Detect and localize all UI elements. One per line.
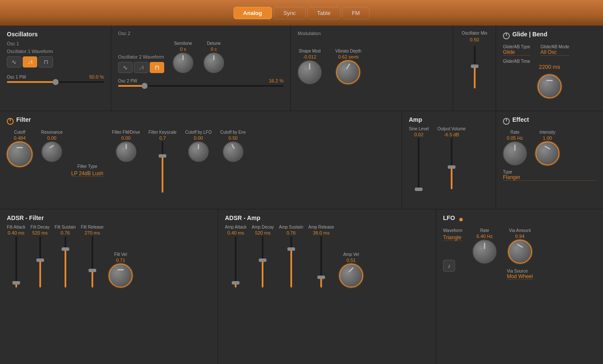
effect-panel: Effect Rate 0.05 Hz Intensity 1.00 Type …: [496, 111, 603, 209]
adsr-filter-panel: ADSR - Filter Filt Attack 0.40 ms Filt D…: [0, 209, 218, 364]
glide-type-label: Glide/AB Type: [503, 44, 530, 49]
filt-attack-control: Filt Attack 0.40 ms: [7, 225, 25, 288]
lfo-via-source-value[interactable]: Mod Wheel: [507, 273, 533, 280]
effect-rate-knob[interactable]: [503, 141, 527, 165]
amp-vel-control: Amp Vel 0.51: [339, 252, 363, 288]
amp-release-label: Amp Release: [308, 225, 334, 229]
adsr-filter-title: ADSR - Filter: [7, 214, 211, 221]
filt-attack-slider[interactable]: [15, 236, 17, 288]
lfo-via-amount-knob[interactable]: [508, 240, 532, 264]
lfo-title: LFO: [443, 214, 455, 221]
tab-analog[interactable]: Analog: [234, 7, 272, 19]
effect-intensity-value: 1.00: [543, 135, 552, 141]
filter-power-btn[interactable]: [7, 118, 14, 125]
filt-release-slider[interactable]: [92, 236, 93, 288]
lfo-note-btn[interactable]: ♪: [443, 260, 455, 272]
cutoff-value: 0.484: [14, 135, 26, 141]
cutoff-env-knob[interactable]: [223, 141, 243, 162]
effect-type-value[interactable]: Flanger: [503, 174, 596, 181]
cutoff-knob[interactable]: [7, 141, 33, 167]
glide-type-value[interactable]: Glide: [503, 49, 530, 56]
oscillators-title: Oscillators: [7, 31, 104, 38]
keyscale-slider[interactable]: [162, 141, 163, 193]
glide-power-btn[interactable]: [503, 32, 510, 39]
shape-mod-knob[interactable]: [298, 60, 322, 84]
amp-attack-slider[interactable]: [235, 236, 236, 288]
semitone-value: 0 s: [180, 47, 186, 52]
osc2-wave-sawtooth[interactable]: ⩘: [134, 62, 148, 73]
amp-decay-slider[interactable]: [262, 236, 263, 288]
osc2-waveform-group: ∿ ⩘ ⊓: [118, 62, 164, 73]
filt-release-value: 270 ms: [85, 230, 100, 235]
lfo-via-area: Via Amount 0.94 Via Source Mod Wheel: [507, 228, 533, 280]
semitone-knob[interactable]: [173, 53, 193, 73]
main-content: Oscillators Osc 1 Oscillator 1 Waveform …: [0, 26, 603, 364]
cutoff-env-label: Cutoff by Env: [220, 130, 246, 135]
lfo-active-dot: [459, 218, 463, 221]
sine-level-slider[interactable]: [418, 138, 420, 189]
amp-attack-control: Amp Attack 0.40 ms: [225, 225, 247, 288]
adsr-section: ADSR - Filter Filt Attack 0.40 ms Filt D…: [0, 209, 603, 364]
cutoff-lfo-knob[interactable]: [188, 141, 209, 162]
osc2-title: Osc 2: [118, 31, 284, 36]
filt-decay-slider[interactable]: [39, 236, 41, 288]
resonance-value: 0.00: [47, 135, 56, 141]
amp-sustain-slider[interactable]: [290, 236, 292, 288]
amp-decay-value: 520 ms: [255, 230, 270, 235]
semitone-label: Semitone: [174, 41, 192, 46]
osc1-wave-square[interactable]: ⊓: [38, 56, 53, 68]
osc1-panel: Oscillators Osc 1 Oscillator 1 Waveform …: [0, 26, 111, 111]
cutoff-lfo-value: 0.00: [194, 135, 203, 141]
filt-vel-knob[interactable]: [109, 264, 133, 288]
effect-intensity-knob[interactable]: [535, 141, 559, 165]
amp-release-slider[interactable]: [320, 236, 322, 288]
osc2-wave-sine[interactable]: ∿: [118, 62, 133, 73]
tab-fm[interactable]: FM: [342, 7, 370, 19]
tab-sync[interactable]: Sync: [274, 7, 306, 19]
osc1-pw-slider[interactable]: [7, 81, 104, 83]
glide-bend-panel: Glide | Bend Glide/AB Type Glide Glide/A…: [496, 26, 603, 111]
effect-rate-value: 0.05 Hz: [507, 135, 523, 141]
amp-release-control: Amp Release 38.0 ms: [308, 225, 334, 288]
osc2-pw-slider[interactable]: [118, 85, 284, 87]
lfo-waveform-value[interactable]: Triangle: [443, 235, 462, 241]
lfo-via-amount-value: 0.94: [515, 234, 524, 239]
sine-level-control: Sine Level 0.02: [409, 126, 429, 189]
resonance-control: Resonance 0.00: [41, 130, 63, 162]
effect-type-label: Type: [503, 170, 596, 174]
detune-control: Detune 0 c: [204, 41, 224, 73]
detune-label: Detune: [207, 41, 221, 46]
output-volume-label: Output Volume: [437, 126, 466, 131]
osc-mix-panel: Oscillator Mix 0.50: [453, 26, 496, 111]
effect-power-btn[interactable]: [503, 118, 510, 125]
lfo-rate-knob[interactable]: [473, 240, 497, 264]
filter-title: Filter: [16, 116, 31, 123]
tab-table[interactable]: Table: [307, 7, 340, 19]
vibrato-depth-knob[interactable]: [336, 60, 360, 84]
osc1-waveform-label: Oscillator 1 Waveform: [7, 49, 104, 54]
detune-value: 0 c: [211, 47, 217, 52]
filter-type-label: Filter Type: [77, 164, 98, 169]
filter-type-value[interactable]: LP 24dB Lush: [71, 170, 103, 177]
lfo-waveform-label: Waveform: [443, 228, 462, 233]
osc2-wave-square[interactable]: ⊓: [150, 62, 164, 73]
keyscale-label: Filter Keyscale: [148, 130, 177, 135]
osc1-wave-sine[interactable]: ∿: [7, 56, 21, 68]
osc-mix-slider[interactable]: [474, 46, 476, 88]
osc1-wave-sawtooth[interactable]: ⩘: [23, 56, 37, 68]
vibrato-depth-control: Vibrato Depth 0.62 semi: [335, 49, 361, 84]
filt-decay-control: Filt Decay 520 ms: [30, 225, 49, 288]
glide-time-knob[interactable]: [538, 74, 562, 98]
amp-vel-knob[interactable]: [339, 264, 363, 288]
amp-panel: Amp Sine Level 0.02 Output Volume -6.5 d…: [402, 111, 496, 209]
fm-drive-value: 0.00: [121, 135, 130, 141]
output-volume-slider[interactable]: [451, 138, 452, 189]
glide-mode-value[interactable]: All Osc: [541, 49, 569, 56]
resonance-knob[interactable]: [41, 141, 62, 162]
filt-sustain-slider[interactable]: [65, 236, 66, 288]
amp-release-value: 38.0 ms: [313, 230, 329, 235]
fm-drive-knob[interactable]: [116, 141, 136, 162]
filter-section: Filter Cutoff 0.484 Resonance 0.00 Filte…: [0, 111, 603, 209]
effect-title: Effect: [512, 116, 529, 123]
detune-knob[interactable]: [204, 53, 224, 73]
